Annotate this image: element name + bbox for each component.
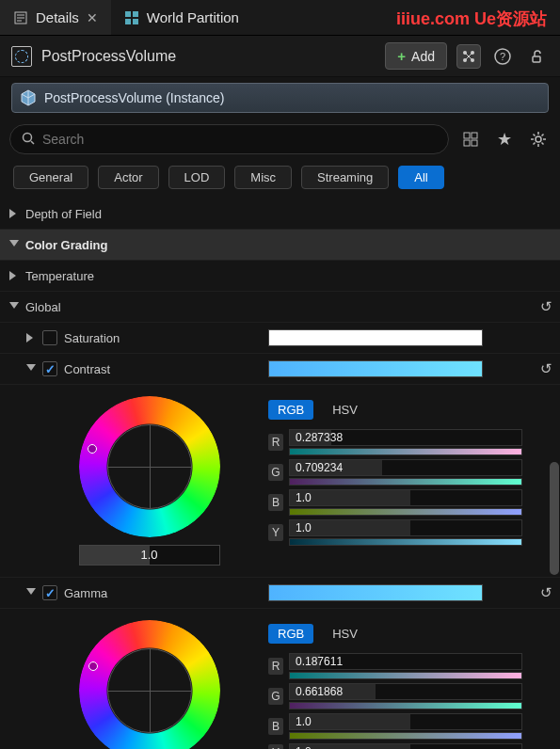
reset-icon[interactable]: ↺ — [540, 298, 552, 315]
saturation-label: Saturation — [64, 331, 120, 345]
chip-all[interactable]: All — [398, 166, 443, 189]
browse-icon[interactable] — [456, 44, 481, 69]
contrast-b-value: 1.0 — [296, 491, 312, 504]
svg-rect-16 — [472, 140, 477, 146]
tab-world-partition[interactable]: World Partition — [111, 0, 252, 35]
gamma-g-value: 0.661868 — [296, 685, 343, 698]
instance-row[interactable]: PostProcessVolume (Instance) — [11, 83, 549, 113]
add-button[interactable]: + Add — [385, 42, 447, 70]
chevron-right-icon — [26, 333, 36, 343]
tab-details[interactable]: Details ✕ — [0, 0, 111, 35]
contrast-g-slider[interactable]: 0.709234 — [289, 459, 522, 476]
gamma-checkbox[interactable] — [42, 585, 57, 600]
color-wheel[interactable] — [79, 620, 220, 749]
plus-icon: + — [397, 48, 406, 64]
gamma-r-slider[interactable]: 0.187611 — [289, 653, 522, 670]
svg-rect-14 — [472, 133, 477, 138]
global-label: Global — [25, 300, 61, 314]
grid-view-icon[interactable] — [458, 127, 483, 151]
svg-point-12 — [24, 133, 32, 141]
row-saturation[interactable]: Saturation — [0, 323, 560, 354]
contrast-r-slider[interactable]: 0.287338 — [289, 429, 522, 446]
chevron-down-icon — [26, 364, 36, 374]
chevron-down-icon — [9, 240, 19, 249]
tab-bar: Details ✕ World Partition — [0, 0, 560, 36]
svg-rect-3 — [125, 19, 131, 24]
r-label: R — [268, 434, 283, 451]
mode-hsv[interactable]: HSV — [323, 400, 367, 420]
b-label: B — [268, 494, 283, 511]
search-input-wrap[interactable] — [9, 124, 449, 154]
row-color-grading[interactable]: Color Grading — [0, 230, 560, 261]
chevron-down-icon — [26, 588, 36, 598]
search-input[interactable] — [42, 132, 437, 147]
details-icon — [13, 10, 28, 25]
gamma-g-gradient[interactable] — [289, 702, 522, 709]
color-wheel[interactable] — [79, 396, 220, 537]
close-icon[interactable]: ✕ — [87, 10, 98, 25]
chip-general[interactable]: General — [13, 166, 88, 189]
row-contrast[interactable]: Contrast ↺ — [0, 354, 560, 385]
gamma-y-slider[interactable]: 1.0 — [289, 743, 522, 749]
world-partition-icon — [124, 10, 139, 25]
contrast-b-slider[interactable]: 1.0 — [289, 489, 522, 506]
gamma-b-gradient[interactable] — [289, 732, 522, 740]
reset-icon[interactable]: ↺ — [540, 360, 552, 377]
svg-rect-15 — [464, 140, 470, 146]
row-temperature[interactable]: Temperature — [0, 261, 560, 292]
gamma-r-gradient[interactable] — [289, 672, 522, 679]
help-icon[interactable]: ? — [490, 44, 515, 69]
contrast-editor: 1.0 RGB HSV R 0.287338 G 0.709234 — [0, 385, 560, 578]
y-label: Y — [268, 744, 283, 749]
contrast-b-gradient[interactable] — [289, 508, 522, 516]
row-depth-of-field[interactable]: Depth of Field — [0, 199, 560, 230]
chip-lod[interactable]: LOD — [168, 166, 226, 189]
gamma-b-slider[interactable]: 1.0 — [289, 713, 522, 730]
row-global[interactable]: Global ↺ — [0, 292, 560, 323]
page-title: PostProcessVolume — [41, 48, 376, 65]
chip-streaming[interactable]: Streaming — [301, 166, 389, 189]
color-grading-label: Color Grading — [25, 238, 107, 252]
scrollbar[interactable] — [550, 462, 559, 650]
contrast-y-slider[interactable]: 1.0 — [289, 519, 522, 536]
lock-icon[interactable] — [524, 44, 549, 69]
temperature-label: Temperature — [25, 269, 94, 283]
mode-rgb[interactable]: RGB — [268, 400, 313, 420]
gamma-g-slider[interactable]: 0.661868 — [289, 683, 522, 700]
chevron-right-icon — [9, 209, 19, 218]
g-label: G — [268, 464, 283, 481]
contrast-swatch[interactable] — [268, 360, 483, 377]
svg-point-17 — [536, 136, 541, 142]
r-label: R — [268, 658, 283, 675]
svg-rect-4 — [133, 19, 138, 24]
wheel-marker[interactable] — [88, 661, 98, 671]
gamma-y-value: 1.0 — [296, 745, 312, 749]
search-icon — [22, 132, 35, 148]
contrast-checkbox[interactable] — [42, 361, 57, 376]
contrast-y-gradient[interactable] — [289, 538, 522, 546]
row-gamma[interactable]: Gamma ↺ — [0, 578, 560, 609]
gamma-r-value: 0.187611 — [296, 655, 343, 668]
gear-icon[interactable] — [526, 127, 551, 151]
gamma-swatch[interactable] — [268, 584, 483, 601]
favorite-icon[interactable]: ★ — [492, 127, 517, 151]
chip-misc[interactable]: Misc — [234, 166, 292, 189]
gamma-editor: RGB HSV R 0.187611 G 0.661868 B — [0, 609, 560, 749]
wheel-value-text: 1.0 — [79, 545, 220, 566]
chevron-down-icon — [9, 302, 19, 311]
b-label: B — [268, 718, 283, 735]
wheel-marker[interactable] — [88, 444, 97, 454]
contrast-r-gradient[interactable] — [289, 448, 522, 455]
contrast-g-gradient[interactable] — [289, 478, 522, 486]
tab-world-partition-label: World Partition — [147, 9, 239, 25]
chip-actor[interactable]: Actor — [98, 166, 158, 189]
contrast-y-value: 1.0 — [296, 521, 312, 534]
saturation-swatch[interactable] — [268, 329, 483, 346]
filter-chips: General Actor LOD Misc Streaming All — [0, 160, 560, 199]
mode-hsv[interactable]: HSV — [323, 624, 367, 644]
search-row: ★ — [0, 119, 560, 160]
contrast-label: Contrast — [64, 362, 110, 376]
mode-rgb[interactable]: RGB — [268, 624, 313, 644]
saturation-checkbox[interactable] — [42, 330, 57, 345]
chevron-right-icon — [9, 271, 19, 280]
